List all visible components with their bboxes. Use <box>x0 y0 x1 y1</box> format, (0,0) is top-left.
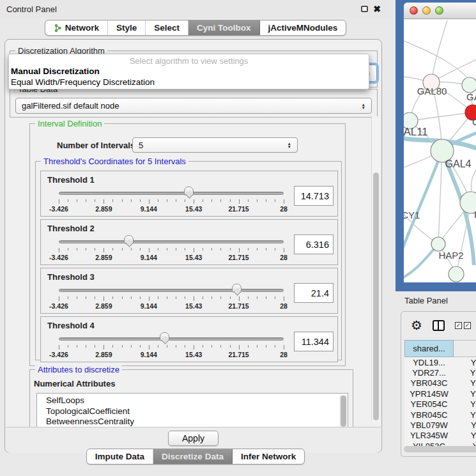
table-cell[interactable]: YDR2 <box>454 367 476 378</box>
network-window-titlebar[interactable] <box>404 3 476 19</box>
table-cell[interactable]: YDL19... <box>404 357 454 367</box>
slider-track[interactable] <box>59 289 284 292</box>
settings-gear-icon[interactable]: ⚙ <box>411 319 422 332</box>
table-data-combobox[interactable]: galFiltered.sif default node ▲▼ <box>15 98 372 114</box>
table-row[interactable]: YDL19...YDL1 <box>404 357 476 367</box>
list-scrollbar[interactable] <box>339 395 347 428</box>
table-row[interactable]: YDR27...YDR2 <box>404 367 476 378</box>
slider-thumb[interactable] <box>184 187 194 196</box>
table-cell[interactable]: YBL0 <box>454 420 476 430</box>
table-horizontal-scrollbar[interactable] <box>404 446 476 452</box>
tab-jactivemnodules[interactable]: jActiveMNodules <box>260 20 346 35</box>
group-title: Attributes to discretize <box>35 365 122 374</box>
table-cell[interactable]: YBR043C <box>404 378 454 388</box>
attribute-list-item[interactable]: TopologicalCoefficient <box>37 406 348 417</box>
table-row[interactable]: YER054CYER0 <box>404 399 476 410</box>
slider-tick-label: 2.859 <box>95 254 112 261</box>
table-cell[interactable]: YER054C <box>404 399 454 410</box>
popup-hint: Select algorithm to view settings <box>9 54 369 66</box>
slider-track[interactable] <box>59 192 284 195</box>
threshold-panel: Threshold 1 -3.4262.8599.14415.4321.7152… <box>40 171 338 217</box>
group-title: Threshold's Coordinates for 5 Intervals <box>41 157 188 166</box>
table-cell[interactable]: YPR145W <box>404 388 454 399</box>
table-row[interactable]: YBL079WYBL0 <box>404 420 476 430</box>
table-cell[interactable]: YPR1 <box>454 388 476 399</box>
column-header-name[interactable]: na <box>454 340 476 357</box>
column-header-shared-name[interactable]: shared... <box>404 340 454 357</box>
table-cell[interactable]: YIL053C <box>404 441 454 446</box>
table-row[interactable]: YBR043CYBR0 <box>404 378 476 388</box>
table-cell[interactable]: YLR3 <box>454 431 476 441</box>
network-canvas[interactable]: GAL80GACGAL11GAL4HGCY1HAP2 <box>404 19 476 282</box>
checked-box-icon[interactable]: ✓ <box>455 322 462 329</box>
table-row[interactable]: YPR145WYPR1 <box>404 388 476 399</box>
threshold-panel: Threshold 2 -3.4262.8599.14415.4321.7152… <box>40 219 338 265</box>
table-cell[interactable]: YBR0 <box>454 410 476 420</box>
cyni-mode-tabs: Impute Data Discretize Data Infer Networ… <box>0 449 391 464</box>
tab-discretize-data[interactable]: Discretize Data <box>153 449 233 464</box>
node-label: C <box>472 116 476 127</box>
apply-button[interactable]: Apply <box>168 431 219 446</box>
table-rows: YDL19...YDL1YDR27...YDR2YBR043CYBR0YPR14… <box>404 357 476 446</box>
slider-thumb[interactable] <box>124 235 134 244</box>
slider-track[interactable] <box>59 240 284 243</box>
slider-tick <box>284 248 284 252</box>
table-row[interactable]: YLR345WYLR3 <box>404 431 476 441</box>
slider-tick <box>185 199 185 202</box>
tab-impute-data[interactable]: Impute Data <box>87 449 153 464</box>
slider-tick <box>149 296 150 301</box>
slider-tick <box>149 345 150 349</box>
table-cell[interactable]: YBR045C <box>404 410 454 420</box>
table-cell[interactable]: YDL1 <box>454 357 476 367</box>
number-of-intervals-combobox[interactable]: 5 ▲▼ <box>132 137 298 153</box>
threshold-value-field[interactable]: 11.344 <box>294 332 334 351</box>
close-traffic-light[interactable] <box>410 6 418 15</box>
network-node[interactable] <box>449 266 464 282</box>
slider-tick <box>220 248 221 250</box>
tab-infer-network[interactable]: Infer Network <box>233 449 304 464</box>
slider-tick <box>248 248 249 250</box>
slider-tick-label: 9.144 <box>141 351 157 358</box>
table-row[interactable]: YIL053CYIL0 <box>404 441 476 446</box>
tab-select[interactable]: Select <box>146 20 188 35</box>
table-cell[interactable]: YER0 <box>454 399 476 410</box>
panel-scrollbar[interactable] <box>371 116 380 422</box>
tab-network[interactable]: Network <box>45 20 108 35</box>
network-node[interactable] <box>431 237 445 251</box>
slider-track[interactable] <box>59 337 284 341</box>
slider-tick <box>149 248 150 252</box>
table-row[interactable]: YBR045CYBR0 <box>404 410 476 420</box>
checked-box-icon[interactable]: ✓ <box>464 322 471 329</box>
split-columns-icon[interactable] <box>433 320 445 331</box>
table-cell[interactable]: YBR0 <box>454 378 476 388</box>
popup-item-equal-width-frequency[interactable]: Equal Width/Frequency Discretization <box>9 77 369 88</box>
float-window-icon[interactable] <box>361 6 368 12</box>
slider-tick <box>77 248 77 250</box>
zoom-traffic-light[interactable] <box>435 6 443 15</box>
threshold-value-field[interactable]: 6.316 <box>294 234 334 254</box>
table-cell[interactable]: YLR345W <box>404 431 454 441</box>
attribute-list-item[interactable]: SelfLoops <box>37 395 348 406</box>
close-icon[interactable]: ✖ <box>373 6 381 12</box>
slider-tick <box>122 296 123 299</box>
tab-cyni-toolbox[interactable]: Cyni Toolbox <box>188 20 260 35</box>
threshold-value-field[interactable]: 14.713 <box>294 186 334 206</box>
tab-label: Impute Data <box>95 452 144 461</box>
network-node[interactable] <box>462 77 476 93</box>
slider-tick <box>112 345 113 348</box>
table-cell[interactable]: YBL079W <box>404 420 454 430</box>
slider-tick-label: 15.43 <box>185 254 202 261</box>
attribute-list-item[interactable]: BetweennessCentrality <box>37 417 348 427</box>
slider-thumb[interactable] <box>160 332 169 341</box>
minimize-traffic-light[interactable] <box>422 6 431 15</box>
slider-tick <box>220 345 221 348</box>
slider-thumb[interactable] <box>232 284 242 293</box>
popup-item-manual-discretization[interactable]: Manual Discretization <box>9 66 369 77</box>
table-cell[interactable]: YIL0 <box>454 441 476 446</box>
tab-style[interactable]: Style <box>108 20 146 35</box>
threshold-value-field[interactable]: 21.4 <box>294 283 334 303</box>
numerical-attributes-list[interactable]: SelfLoopsTopologicalCoefficientBetweenne… <box>36 393 348 430</box>
table-cell[interactable]: YDR27... <box>404 367 454 378</box>
slider-tick <box>203 345 203 348</box>
slider-tick-label: -3.426 <box>49 254 68 261</box>
